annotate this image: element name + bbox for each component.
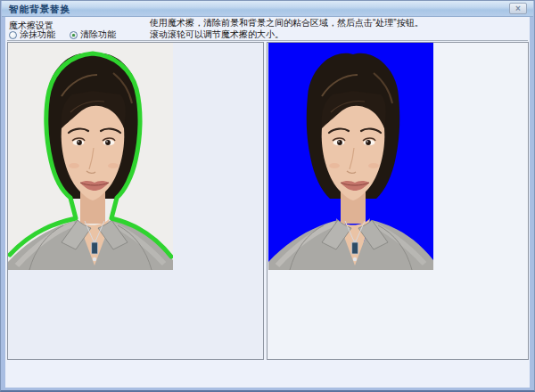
instruction-line-2: 滚动滚轮可以调节魔术擦的大小。 [150,29,426,41]
dialog-title: 智能背景替换 [9,4,70,16]
photo-with-selection-outline[interactable] [8,43,173,270]
photo-with-replaced-background[interactable] [268,43,433,270]
instruction-line-1: 使用魔术擦，清除前景和背景之间的粘合区域，然后点击“处理”按钮。 [150,18,426,29]
close-icon[interactable]: × [509,3,527,14]
original-photo-panel[interactable] [7,42,264,360]
horizontal-separator [7,40,528,41]
instruction-text: 使用魔术擦，清除前景和背景之间的粘合区域，然后点击“处理”按钮。 滚动滚轮可以调… [150,18,426,40]
result-photo-panel[interactable] [267,42,529,360]
title-bar: 智能背景替换 × [2,1,533,17]
radio-smear-label: 涂抹功能 [20,29,55,41]
radio-icon [9,31,17,39]
radio-erase-label: 清除功能 [80,29,116,41]
portrait-original [8,43,173,270]
radio-smear-function[interactable]: 涂抹功能 [9,29,55,40]
bottom-bar: 撤 销 恢 复 重 载 处 理 背景颜色... 背景图片... 确 定 取 消 [1,360,534,392]
radio-icon [70,31,78,39]
smart-background-replace-dialog: 智能背景替换 × 魔术擦设置 涂抹功能 清除功能 使用魔术擦，清除前景和背景之间… [0,0,535,392]
radio-erase-function[interactable]: 清除功能 [70,29,116,40]
portrait-result [268,43,433,270]
